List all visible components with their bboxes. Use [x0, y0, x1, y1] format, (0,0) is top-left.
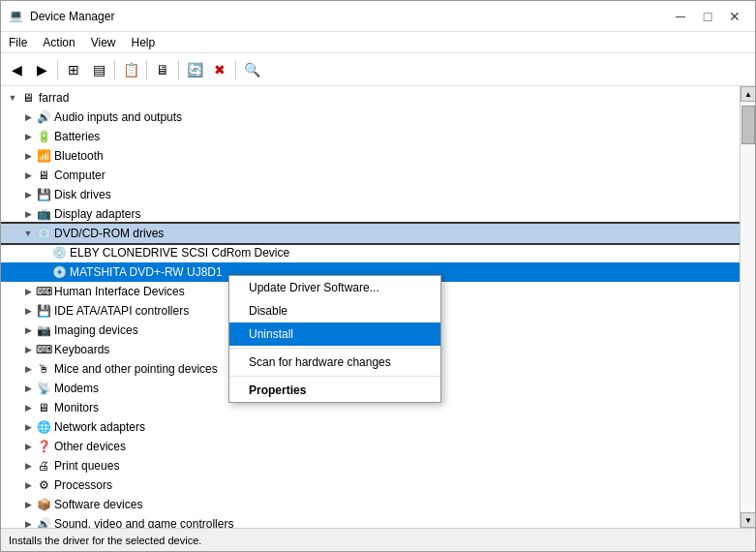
- monitors-expand-icon[interactable]: ▶: [20, 400, 36, 415]
- ctx-disable[interactable]: Disable: [229, 299, 440, 322]
- back-button[interactable]: ◀: [5, 58, 28, 81]
- scroll-down-button[interactable]: ▼: [741, 512, 755, 528]
- keyboards-label: Keyboards: [54, 343, 109, 356]
- keyboards-expand-icon[interactable]: ▶: [20, 342, 36, 357]
- tree-item-elby[interactable]: 💿 ELBY CLONEDRIVE SCSI CdRom Device: [1, 243, 740, 262]
- disk-icon: 💾: [36, 187, 51, 202]
- uninstall-toolbar-button[interactable]: ✖: [208, 58, 231, 81]
- menu-file[interactable]: File: [1, 32, 35, 52]
- device-manager-window: 💻 Device Manager ─ □ ✕ File Action View …: [0, 0, 756, 552]
- imaging-icon: 📷: [36, 322, 51, 338]
- status-bar: Installs the driver for the selected dev…: [1, 528, 755, 551]
- other-expand-icon[interactable]: ▶: [20, 439, 36, 454]
- status-text: Installs the driver for the selected dev…: [9, 535, 201, 546]
- tree-item-display[interactable]: ▶ 📺 Display adapters: [1, 204, 740, 224]
- network-label: Network adapters: [54, 420, 145, 434]
- tree-item-dvd[interactable]: ▼ 💿 DVD/CD-ROM drives: [1, 224, 740, 243]
- root-expand-icon[interactable]: ▼: [5, 90, 20, 106]
- ctx-properties[interactable]: Properties: [229, 379, 440, 402]
- menu-action[interactable]: Action: [35, 32, 82, 52]
- scroll-up-button[interactable]: ▲: [741, 86, 755, 102]
- monitors-icon: 🖥: [36, 400, 51, 415]
- keyboards-icon: ⌨: [36, 342, 51, 357]
- view1-button[interactable]: ⊞: [62, 58, 85, 81]
- disk-expand-icon[interactable]: ▶: [20, 187, 36, 202]
- menu-view[interactable]: View: [83, 32, 124, 52]
- audio-label: Audio inputs and outputs: [54, 110, 182, 124]
- audio-icon: 🔊: [36, 109, 51, 125]
- print-icon: 🖨: [36, 458, 51, 474]
- ctx-scan-hardware[interactable]: Scan for hardware changes: [229, 351, 440, 374]
- batteries-expand-icon[interactable]: ▶: [20, 129, 36, 144]
- tree-item-print[interactable]: ▶ 🖨 Print queues: [1, 456, 740, 475]
- maximize-button[interactable]: □: [695, 7, 720, 26]
- menu-help[interactable]: Help: [124, 32, 164, 52]
- modems-expand-icon[interactable]: ▶: [20, 381, 36, 396]
- mice-label: Mice and other pointing devices: [54, 362, 218, 376]
- modems-icon: 📡: [36, 381, 51, 396]
- tree-item-audio[interactable]: ▶ 🔊 Audio inputs and outputs: [1, 107, 740, 127]
- hid-icon: ⌨: [36, 284, 51, 299]
- tree-item-computer[interactable]: ▶ 🖥 Computer: [1, 166, 740, 185]
- tree-item-network[interactable]: ▶ 🌐 Network adapters: [1, 417, 740, 437]
- hid-expand-icon[interactable]: ▶: [20, 284, 36, 299]
- title-bar-left: 💻 Device Manager: [9, 9, 114, 24]
- print-expand-icon[interactable]: ▶: [20, 458, 36, 474]
- scroll-thumb[interactable]: [741, 106, 755, 144]
- root-label: farrad: [39, 91, 69, 105]
- vertical-scrollbar[interactable]: ▲ ▼: [740, 86, 755, 528]
- root-computer-icon: 🖥: [20, 90, 36, 106]
- menu-bar: File Action View Help: [1, 32, 755, 53]
- software-icon: 📦: [36, 497, 51, 512]
- network-icon: 🌐: [36, 419, 51, 435]
- ctx-update-driver[interactable]: Update Driver Software...: [229, 276, 440, 299]
- software-expand-icon[interactable]: ▶: [20, 497, 36, 512]
- computer-label: Computer: [54, 169, 106, 182]
- dvd-expand-icon[interactable]: ▼: [20, 226, 36, 241]
- context-menu: Update Driver Software... Disable Uninst…: [228, 275, 441, 403]
- bluetooth-icon: 📶: [36, 148, 51, 164]
- network-expand-icon[interactable]: ▶: [20, 419, 36, 435]
- hid-label: Human Interface Devices: [54, 285, 185, 298]
- batteries-icon: 🔋: [36, 129, 51, 144]
- imaging-label: Imaging devices: [54, 323, 138, 337]
- other-icon: ❓: [36, 439, 51, 454]
- bluetooth-expand-icon[interactable]: ▶: [20, 148, 36, 164]
- sound-expand-icon[interactable]: ▶: [20, 516, 36, 528]
- computer-expand-icon[interactable]: ▶: [20, 168, 36, 183]
- tree-item-software[interactable]: ▶ 📦 Software devices: [1, 495, 740, 514]
- update-driver-button[interactable]: 🔄: [183, 58, 206, 81]
- ide-expand-icon[interactable]: ▶: [20, 303, 36, 319]
- toolbar-separator-2: [114, 60, 115, 79]
- forward-button[interactable]: ▶: [30, 58, 53, 81]
- close-button[interactable]: ✕: [722, 7, 747, 26]
- scan-hardware-button[interactable]: 🔍: [240, 58, 263, 81]
- audio-expand-icon[interactable]: ▶: [20, 109, 36, 125]
- tree-item-batteries[interactable]: ▶ 🔋 Batteries: [1, 127, 740, 146]
- tree-item-diskdrives[interactable]: ▶ 💾 Disk drives: [1, 185, 740, 204]
- scroll-track[interactable]: [741, 102, 755, 512]
- computer-button[interactable]: 🖥: [151, 58, 174, 81]
- disk-label: Disk drives: [54, 188, 111, 201]
- monitors-label: Monitors: [54, 401, 99, 414]
- processors-label: Processors: [54, 478, 112, 492]
- display-expand-icon[interactable]: ▶: [20, 206, 36, 222]
- elby-label: ELBY CLONEDRIVE SCSI CdRom Device: [70, 246, 289, 260]
- view2-button[interactable]: ▤: [87, 58, 110, 81]
- tree-item-processors[interactable]: ▶ ⚙ Processors: [1, 475, 740, 495]
- toolbar: ◀ ▶ ⊞ ▤ 📋 🖥 🔄 ✖ 🔍: [1, 53, 755, 86]
- tree-item-other[interactable]: ▶ ❓ Other devices: [1, 437, 740, 456]
- processors-expand-icon[interactable]: ▶: [20, 477, 36, 493]
- ctx-uninstall[interactable]: Uninstall: [229, 322, 440, 346]
- minimize-button[interactable]: ─: [668, 7, 693, 26]
- imaging-expand-icon[interactable]: ▶: [20, 322, 36, 338]
- processors-icon: ⚙: [36, 477, 51, 493]
- tree-root[interactable]: ▼ 🖥 farrad: [1, 88, 740, 107]
- other-label: Other devices: [54, 440, 126, 453]
- tree-item-bluetooth[interactable]: ▶ 📶 Bluetooth: [1, 146, 740, 166]
- tree-item-sound[interactable]: ▶ 🔊 Sound, video and game controllers: [1, 514, 740, 528]
- mice-expand-icon[interactable]: ▶: [20, 361, 36, 377]
- properties-button[interactable]: 📋: [119, 58, 142, 81]
- display-icon: 📺: [36, 206, 51, 222]
- toolbar-separator-1: [57, 60, 58, 79]
